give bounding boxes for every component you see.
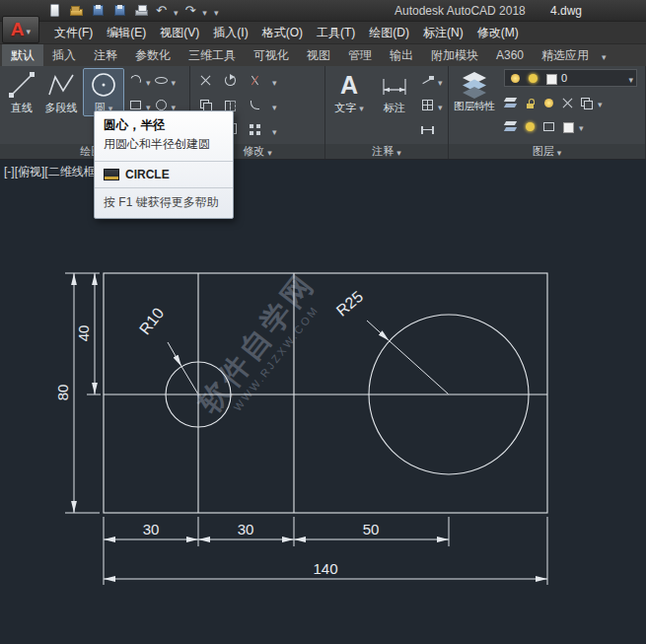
current-layer-name: 0 [561, 72, 625, 84]
leader-r25-arrow[interactable] [367, 321, 390, 341]
layer-more-dropdown-icon[interactable] [579, 117, 584, 135]
autocad-logo-icon: A [11, 19, 25, 40]
arc-dropdown-icon[interactable] [146, 72, 151, 90]
menu-draw[interactable]: 绘图(D) [362, 22, 416, 44]
ribbon-options-dropdown-icon[interactable] [602, 46, 607, 64]
fillet-tool-icon[interactable] [248, 98, 262, 112]
panel-layers: 图层特性 0 图层 [449, 66, 646, 159]
dimstyle-tool-icon[interactable] [420, 122, 435, 137]
dim-text-30b[interactable]: 30 [238, 521, 254, 537]
tab-manage[interactable]: 管理 [339, 44, 381, 66]
tab-featured-apps[interactable]: 精选应用 [533, 44, 598, 66]
polyline-icon [46, 70, 76, 100]
tab-insert[interactable]: 插入 [43, 44, 85, 66]
layer-tools-row-2 [504, 117, 584, 135]
dim-text-140[interactable]: 140 [313, 560, 337, 577]
tab-output[interactable]: 输出 [381, 44, 422, 66]
panel-label-annotate[interactable]: 注释 [325, 144, 448, 159]
table-dropdown-icon[interactable] [438, 97, 443, 114]
redo-dropdown-icon[interactable] [202, 2, 207, 20]
text-tool-button[interactable]: A 文字 [329, 69, 369, 115]
tab-home[interactable]: 默认 [2, 44, 43, 66]
layer-vpfreeze-icon[interactable] [541, 119, 556, 134]
tab-a360[interactable]: A360 [487, 44, 533, 66]
menu-format[interactable]: 格式(O) [255, 22, 310, 44]
move-tool-icon[interactable] [198, 73, 213, 88]
layer-color-tool-icon[interactable] [560, 119, 575, 134]
viewport-view-control[interactable]: [俯视] [15, 165, 45, 179]
circle-tooltip: 圆心，半径 用圆心和半径创建圆 CIRCLE 按 F1 键获得更多帮助 [94, 110, 234, 219]
menu-edit[interactable]: 编辑(E) [100, 22, 153, 44]
save-button[interactable] [91, 3, 106, 18]
radius-text-r10[interactable]: R10 [136, 305, 168, 338]
layer-walk-icon[interactable] [504, 119, 519, 134]
app-menu-dropdown-icon [27, 21, 32, 38]
ellipse-dropdown-icon[interactable] [172, 72, 177, 90]
outline-rectangle[interactable] [104, 273, 547, 513]
dim-text-50[interactable]: 50 [363, 521, 380, 537]
tab-3d-tools[interactable]: 三维工具 [179, 44, 245, 66]
viewport-visual-style-control[interactable]: [二维线框] [44, 165, 99, 179]
qat-customize-dropdown-icon[interactable] [214, 2, 219, 20]
dim-text-30a[interactable]: 30 [143, 521, 160, 537]
menu-file[interactable]: 文件(F) [47, 22, 100, 44]
menu-modify[interactable]: 修改(M) [470, 22, 526, 44]
layer-match-icon[interactable] [579, 96, 594, 110]
line-tool-button[interactable]: 直线 [2, 69, 41, 115]
leader-dropdown-icon[interactable] [438, 72, 443, 90]
dim-text-40[interactable]: 40 [75, 325, 92, 342]
ellipse-tool-icon[interactable] [154, 73, 169, 88]
leader-r10-arrow[interactable] [168, 342, 181, 367]
trim-tool-icon[interactable] [248, 73, 262, 88]
text-dropdown-icon[interactable] [359, 102, 364, 113]
tab-annotate[interactable]: 注释 [85, 44, 126, 66]
menu-dimension[interactable]: 标注(N) [416, 22, 470, 44]
menu-insert[interactable]: 插入(I) [206, 22, 254, 44]
tab-add-ins[interactable]: 附加模块 [422, 44, 487, 66]
open-file-button[interactable] [69, 3, 84, 18]
undo-dropdown-icon[interactable] [174, 2, 179, 20]
watermark: 软件自学网 WWW.RJZXW.COM [191, 266, 332, 428]
trim-dropdown-icon[interactable] [272, 72, 277, 90]
layer-tools-dropdown-icon[interactable] [598, 94, 603, 111]
undo-button[interactable]: ↶ [156, 3, 167, 18]
circle-tool-button[interactable]: 圆 [84, 69, 123, 115]
layer-select-combo[interactable]: 0 [504, 69, 637, 87]
layer-off-icon[interactable] [541, 96, 556, 110]
table-tool-icon[interactable] [420, 98, 435, 112]
tab-visualize[interactable]: 可视化 [245, 44, 298, 66]
tab-parametric[interactable]: 参数化 [126, 44, 179, 66]
leader-r10-tail[interactable] [181, 367, 198, 394]
new-file-button[interactable] [47, 3, 62, 18]
plot-button[interactable] [134, 3, 149, 18]
dim-text-80[interactable]: 80 [54, 385, 71, 401]
layer-properties-button[interactable]: 图层特性 [452, 69, 497, 111]
application-menu-button[interactable]: A [2, 16, 39, 43]
panel-label-layers[interactable]: 图层 [449, 144, 645, 159]
dimension-tool-button[interactable]: 标注 [375, 69, 414, 115]
viewport-minimize-control[interactable]: [-] [4, 165, 15, 179]
rotate-tool-icon[interactable] [223, 73, 238, 88]
layer-properties-label: 图层特性 [453, 100, 496, 111]
layer-isolate-icon[interactable] [560, 96, 575, 110]
layer-lock-icon[interactable] [523, 96, 538, 110]
array-tool-icon[interactable] [248, 122, 262, 137]
polyline-tool-button[interactable]: 多段线 [41, 69, 81, 115]
panel-layers-expand-icon [557, 146, 562, 158]
leader-r25-tail[interactable] [390, 341, 449, 394]
tab-view[interactable]: 视图 [298, 44, 339, 66]
geometry [104, 273, 547, 513]
array-dropdown-icon[interactable] [272, 121, 277, 139]
save-as-button[interactable] [112, 3, 127, 18]
leader-tool-icon[interactable] [420, 73, 435, 88]
fillet-dropdown-icon[interactable] [272, 97, 277, 114]
menu-view[interactable]: 视图(V) [153, 22, 206, 44]
menu-tools[interactable]: 工具(T) [310, 22, 362, 44]
drawing-canvas[interactable]: 软件自学网 WWW.RJZXW.COM 80 [0, 160, 646, 644]
redo-button[interactable]: ↷ [184, 3, 195, 18]
arc-tool-icon[interactable] [128, 73, 143, 88]
layer-freeze-icon[interactable] [523, 119, 538, 134]
layer-state-icon[interactable] [504, 96, 519, 110]
viewport-controls: [-][俯视][二维线框] [4, 164, 99, 180]
radius-text-r25[interactable]: R25 [333, 288, 366, 320]
